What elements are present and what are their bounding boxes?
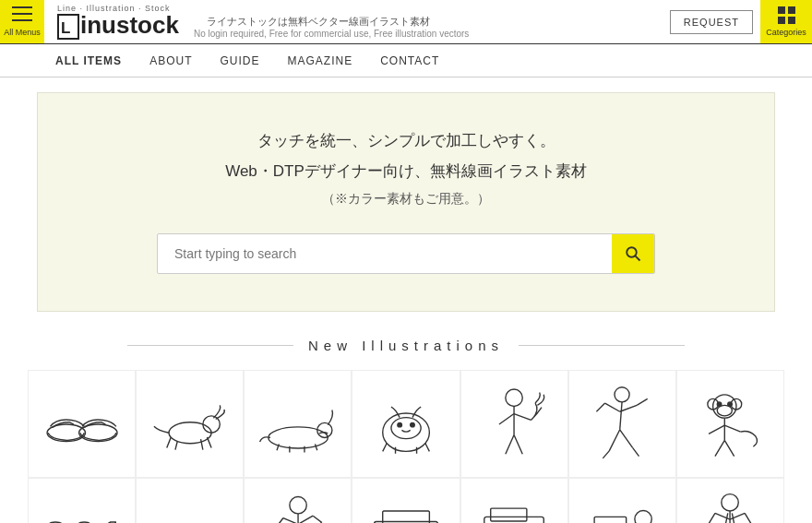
grid-icon: [778, 6, 795, 24]
menu-bar1: [12, 6, 32, 8]
search-bar: [157, 233, 655, 274]
menu-bar2: [12, 13, 32, 15]
subtitle-en: No login required, Free for commercial u…: [194, 29, 469, 39]
hero-text3: （※カラー素材もご用意。）: [56, 191, 756, 208]
illus-hamster[interactable]: [352, 370, 460, 478]
illus-mouse-lying[interactable]: [244, 370, 352, 478]
header: All Menus Line · Illustration · Stock Li…: [0, 0, 812, 44]
logo-name[interactable]: Linustock: [57, 13, 179, 40]
illus-cashier[interactable]: [568, 478, 676, 523]
svg-point-11: [411, 422, 415, 427]
search-icon: [625, 245, 641, 262]
logo-L: L: [57, 14, 79, 40]
illus-rat-walking[interactable]: [136, 370, 244, 478]
illus-man-sitting[interactable]: [244, 478, 352, 523]
svg-point-12: [506, 389, 522, 406]
grid-cell2: [788, 6, 795, 14]
svg-point-10: [398, 422, 402, 427]
search-input[interactable]: [158, 235, 612, 272]
menu-bar3: [12, 19, 32, 21]
categories-button[interactable]: Categories: [760, 0, 812, 43]
nav-all-items[interactable]: ALL ITEMS: [55, 54, 122, 67]
svg-text:1: 1: [101, 513, 122, 523]
svg-rect-32: [484, 517, 543, 523]
grid-cell1: [778, 6, 785, 14]
svg-point-6: [269, 426, 328, 447]
svg-rect-33: [491, 508, 527, 521]
illus-monkey[interactable]: [676, 370, 784, 478]
svg-point-14: [713, 394, 736, 417]
search-button[interactable]: [612, 234, 654, 273]
illus-numbers-2020[interactable]: 20 20: [136, 478, 244, 523]
nav-contact[interactable]: CONTACT: [380, 54, 439, 67]
svg-point-46: [635, 510, 651, 523]
grid-cell3: [778, 17, 785, 24]
nav-magazine[interactable]: MAGAZINE: [287, 54, 352, 67]
svg-point-9: [391, 417, 421, 438]
menu-label: All Menus: [4, 28, 41, 37]
illus-numbers-201[interactable]: 2 0 1: [28, 478, 136, 523]
illus-printer[interactable]: [352, 478, 460, 523]
logo-text: inustock: [80, 13, 179, 37]
svg-text:0: 0: [73, 513, 94, 523]
svg-point-19: [728, 401, 733, 406]
nav-guide[interactable]: GUIDE: [220, 54, 259, 67]
svg-text:20: 20: [149, 518, 183, 523]
svg-point-0: [627, 247, 637, 257]
illus-dancer[interactable]: [568, 370, 676, 478]
grid-cell4: [788, 17, 795, 24]
svg-point-47: [722, 493, 738, 510]
logo-area: Line · Illustration · Stock Linustock ライ…: [44, 0, 670, 43]
svg-point-4: [169, 422, 211, 443]
subtitle-jp: ライナストックは無料ベクター線画イラスト素材: [207, 15, 469, 29]
menu-button[interactable]: All Menus: [0, 0, 44, 43]
illustrations-grid: 2 0 1 20 20: [0, 370, 812, 523]
logo-subtitles: ライナストックは無料ベクター線画イラスト素材 No login required…: [194, 15, 469, 39]
main-nav: ALL ITEMS ABOUT GUIDE MAGAZINE CONTACT: [0, 44, 812, 77]
section-title: New Illustrations: [0, 338, 812, 353]
section-title-text: New Illustrations: [308, 338, 504, 353]
illus-woman-flowers[interactable]: [460, 370, 568, 478]
svg-text:20: 20: [190, 518, 223, 523]
svg-point-25: [290, 496, 306, 513]
svg-line-1: [636, 256, 640, 261]
request-button[interactable]: REQUEST: [670, 10, 753, 34]
hero-text1: タッチを統一、シンプルで加工しやすく。: [56, 130, 756, 151]
svg-rect-42: [594, 517, 627, 523]
illus-sandals[interactable]: [28, 370, 136, 478]
hero-section: タッチを統一、シンプルで加工しやすく。 Web・DTPデザイナー向け、無料線画イ…: [37, 92, 775, 312]
svg-point-18: [718, 401, 722, 406]
illus-cash-register[interactable]: [460, 478, 568, 523]
nav-about[interactable]: ABOUT: [149, 54, 192, 67]
categories-label: Categories: [766, 28, 806, 37]
hero-text2: Web・DTPデザイナー向け、無料線画イラスト素材: [56, 160, 756, 182]
illus-man-tie[interactable]: [676, 478, 784, 523]
svg-point-13: [615, 386, 629, 401]
svg-text:2: 2: [44, 513, 66, 523]
